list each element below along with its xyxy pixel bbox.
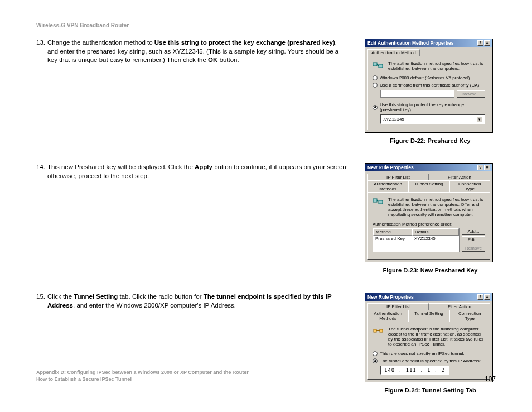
- cell-method: Preshared Key: [373, 236, 412, 241]
- radio-certificate[interactable]: Use a certificate from this certificate …: [373, 83, 485, 88]
- network-icon: [373, 197, 384, 206]
- step-13-text: 13. Change the authentication method to …: [36, 39, 348, 65]
- row-step-15: 15. Click the Tunnel Setting tab. Click …: [36, 293, 496, 401]
- titlebar: New Rule Properties ? ×: [365, 164, 492, 171]
- text: tab. Click the radio button for: [118, 293, 203, 300]
- footer-line2: How to Establish a Secure IPSec Tunnel: [36, 376, 249, 383]
- figure-caption: Figure D-23: New Preshared Key: [365, 267, 496, 274]
- dialog-new-rule-auth: New Rule Properties ? × IP Filter List F…: [365, 163, 493, 262]
- radio-label: The tunnel endpoint is specified by this…: [380, 358, 481, 363]
- titlebar: New Rule Properties ? ×: [365, 293, 492, 301]
- document-header: Wireless-G VPN Broadband Router: [36, 22, 496, 28]
- step-15-text: 15. Click the Tunnel Setting tab. Click …: [36, 293, 348, 310]
- titlebar: Edit Authentication Method Properties ? …: [365, 39, 492, 47]
- dialog-title: Edit Authentication Method Properties: [367, 40, 454, 46]
- step-15-number: 15.: [36, 293, 47, 310]
- row-step-13: 13. Change the authentication method to …: [36, 39, 496, 152]
- svg-rect-4: [379, 200, 383, 204]
- radio-label: Windows 2000 default (Kerberos V5 protoc…: [380, 75, 470, 80]
- step-14-text: 14. This new Preshared key will be displ…: [36, 163, 348, 180]
- radio-label: Use a certificate from this certificate …: [380, 83, 481, 88]
- radio-kerberos[interactable]: Windows 2000 default (Kerberos V5 protoc…: [373, 75, 485, 80]
- text: , and enter the Windows 2000/XP computer…: [73, 302, 236, 309]
- figure-d22: Edit Authentication Method Properties ? …: [365, 39, 496, 152]
- svg-rect-0: [373, 63, 377, 66]
- close-icon[interactable]: ×: [484, 40, 490, 46]
- tab-tunnel-setting[interactable]: Tunnel Setting: [408, 310, 449, 322]
- radio-label: Use this string to protect the key excha…: [380, 102, 485, 112]
- tab-filter-action[interactable]: Filter Action: [429, 303, 490, 310]
- radio-preshared[interactable]: Use this string to protect the key excha…: [373, 102, 485, 112]
- text-bold: Apply: [195, 164, 212, 170]
- page-number: 107: [485, 375, 496, 383]
- tab-connection-type[interactable]: Connection Type: [449, 180, 490, 192]
- input-value: XYZ12345: [383, 117, 404, 122]
- help-icon[interactable]: ?: [477, 294, 483, 300]
- help-icon[interactable]: ?: [477, 40, 483, 46]
- chevron-down-icon[interactable]: ▼: [476, 116, 482, 122]
- figure-d24: New Rule Properties ? × IP Filter List F…: [365, 293, 496, 401]
- preshared-key-input[interactable]: XYZ12345 ▼: [380, 114, 485, 124]
- method-table: Method Details Preshared Key XYZ12345: [373, 228, 460, 252]
- cert-input: [380, 90, 454, 98]
- figure-d23: New Rule Properties ? × IP Filter List F…: [365, 163, 496, 281]
- dialog-title: New Rule Properties: [367, 165, 414, 170]
- add-button[interactable]: Add...: [462, 228, 485, 235]
- tab-auth-method[interactable]: Authentication Method: [367, 49, 420, 56]
- svg-rect-1: [379, 64, 383, 68]
- tab-ip-filter[interactable]: IP Filter List: [367, 303, 429, 310]
- cell-details: XYZ12345: [412, 236, 459, 241]
- dialog-description: The authentication method specifies how …: [388, 197, 485, 217]
- dialog-title: New Rule Properties: [367, 294, 414, 300]
- remove-button: Remove: [462, 245, 485, 252]
- preference-label: Authentication Method preference order:: [373, 222, 485, 227]
- page-footer: Appendix D: Configuring IPSec between a …: [36, 369, 496, 383]
- browse-button: Browse...: [457, 90, 485, 98]
- text-bold: Use this string to protect the key excha…: [154, 39, 335, 46]
- svg-rect-7: [380, 329, 383, 332]
- help-icon[interactable]: ?: [477, 165, 483, 170]
- text-bold: OK: [208, 56, 217, 63]
- close-icon[interactable]: ×: [484, 165, 490, 170]
- text: Click the: [47, 293, 74, 300]
- col-method: Method: [373, 228, 412, 236]
- footer-line1: Appendix D: Configuring IPSec between a …: [36, 369, 249, 376]
- svg-rect-3: [373, 199, 377, 202]
- tab-filter-action[interactable]: Filter Action: [429, 174, 490, 180]
- step-14-number: 14.: [36, 163, 47, 180]
- figure-caption: Figure D-22: Preshared Key: [365, 137, 496, 144]
- text: button.: [217, 56, 239, 63]
- figure-caption: Figure D-24: Tunnel Setting Tab: [365, 387, 496, 394]
- svg-rect-6: [374, 329, 376, 332]
- radio-tunnel-ip[interactable]: The tunnel endpoint is specified by this…: [373, 358, 485, 363]
- radio-no-tunnel[interactable]: This rule does not specify an IPSec tunn…: [373, 351, 485, 356]
- tab-auth-methods[interactable]: Authentication Methods: [367, 180, 408, 192]
- tab-ip-filter[interactable]: IP Filter List: [367, 174, 429, 180]
- dialog-edit-auth: Edit Authentication Method Properties ? …: [365, 39, 493, 133]
- table-row[interactable]: Preshared Key XYZ12345: [373, 236, 459, 242]
- text: This new Preshared key will be displayed…: [47, 164, 195, 170]
- network-icon: [373, 61, 384, 70]
- col-details: Details: [412, 228, 459, 236]
- dialog-description: The tunnel endpoint is the tunneling com…: [388, 327, 485, 347]
- row-step-14: 14. This new Preshared key will be displ…: [36, 163, 496, 281]
- text: Change the authentication method to: [47, 39, 154, 46]
- tab-tunnel-setting[interactable]: Tunnel Setting: [408, 180, 449, 192]
- step-13-number: 13.: [36, 39, 47, 65]
- dialog-description: The authentication method specifies how …: [388, 61, 485, 71]
- text-bold: Tunnel Setting: [74, 293, 118, 300]
- edit-button[interactable]: Edit...: [462, 236, 485, 243]
- close-icon[interactable]: ×: [484, 294, 490, 300]
- tab-connection-type[interactable]: Connection Type: [449, 310, 490, 322]
- tunnel-icon: [373, 327, 384, 336]
- radio-label: This rule does not specify an IPSec tunn…: [380, 351, 465, 356]
- tab-auth-methods[interactable]: Authentication Methods: [367, 310, 408, 322]
